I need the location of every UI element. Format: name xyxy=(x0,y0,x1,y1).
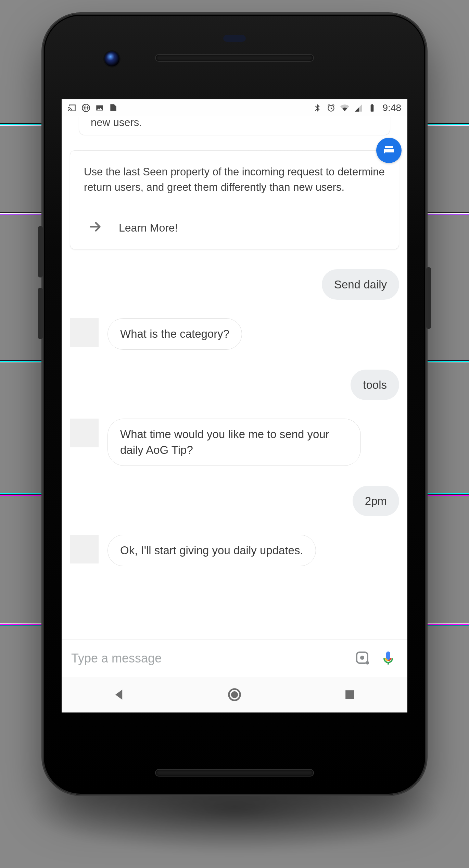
bot-message-row: Ok, I'll start giving you daily updates. xyxy=(62,535,407,566)
power-button xyxy=(426,267,431,329)
proximity-sensor xyxy=(223,35,246,42)
screen: 9:48 new users. Use the last Seen proper… xyxy=(62,99,407,712)
svg-point-4 xyxy=(366,661,369,665)
svg-point-6 xyxy=(231,691,238,698)
mic-icon[interactable] xyxy=(379,649,398,668)
bot-message-row: What time would you like me to send your… xyxy=(62,419,407,466)
user-bubble[interactable]: Send daily xyxy=(322,269,399,300)
card-partial-text: new users. xyxy=(79,116,390,135)
volume-down-button xyxy=(38,288,43,339)
status-time: 9:48 xyxy=(383,102,402,113)
bot-bubble[interactable]: What time would you like me to send your… xyxy=(107,419,361,466)
volume-up-button xyxy=(38,226,43,277)
nav-recents-button[interactable] xyxy=(340,685,359,704)
bottom-speaker xyxy=(156,770,313,776)
card-body-text: Use the last Seen property of the incomi… xyxy=(70,151,399,207)
cell-icon xyxy=(354,103,363,112)
learn-more-button[interactable]: Learn More! xyxy=(70,207,399,249)
bot-bubble[interactable]: What is the category? xyxy=(107,318,242,350)
phone-frame: 9:48 new users. Use the last Seen proper… xyxy=(43,14,426,795)
earpiece-speaker xyxy=(156,55,313,61)
svg-point-3 xyxy=(360,656,364,660)
agent-badge-icon xyxy=(376,138,402,163)
message-input-bar xyxy=(62,639,407,677)
conversation-area[interactable]: new users. Use the last Seen property of… xyxy=(62,116,407,639)
front-camera xyxy=(104,51,119,66)
svg-rect-7 xyxy=(345,690,354,699)
bot-avatar xyxy=(70,318,99,347)
battery-icon xyxy=(368,103,377,112)
check-doc-icon xyxy=(109,103,118,112)
learn-more-label: Learn More! xyxy=(119,222,178,234)
bluetooth-icon xyxy=(313,103,322,112)
wifi-icon xyxy=(340,103,349,112)
android-nav-bar xyxy=(62,677,407,712)
message-input[interactable] xyxy=(71,651,347,666)
user-bubble[interactable]: 2pm xyxy=(353,486,399,517)
nav-back-button[interactable] xyxy=(110,685,129,704)
user-message-row: 2pm xyxy=(62,486,407,517)
info-card: Use the last Seen property of the incomi… xyxy=(70,150,399,249)
bot-avatar xyxy=(70,535,99,563)
bot-message-row: What is the category? xyxy=(62,318,407,350)
arrow-right-icon xyxy=(87,219,103,237)
user-message-row: Send daily xyxy=(62,269,407,300)
bot-avatar xyxy=(70,419,99,447)
bot-bubble[interactable]: Ok, I'll start giving you daily updates. xyxy=(107,535,316,566)
basketball-icon xyxy=(81,103,90,112)
lens-icon[interactable] xyxy=(353,649,372,668)
cast-icon xyxy=(68,103,77,112)
alarm-icon xyxy=(327,103,335,112)
user-bubble[interactable]: tools xyxy=(351,370,399,400)
status-bar: 9:48 xyxy=(62,99,407,116)
photo-icon xyxy=(95,103,104,112)
nav-home-button[interactable] xyxy=(225,685,244,704)
user-message-row: tools xyxy=(62,370,407,400)
